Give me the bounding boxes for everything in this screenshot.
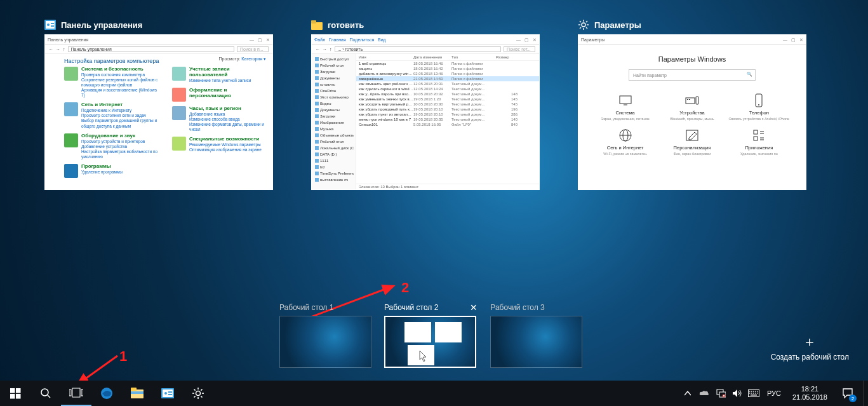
svg-point-2 [47,24,50,26]
folder-icon [311,19,323,30]
tray-keyboard-icon[interactable] [747,381,761,406]
svg-rect-20 [689,99,690,100]
svg-rect-72 [749,393,751,394]
svg-rect-53 [168,394,172,395]
svg-line-12 [580,21,581,22]
svg-rect-42 [69,389,71,396]
action-center-button[interactable]: 2 [835,381,860,406]
taskbar: РУС 18:21 21.05.2018 2 [0,381,868,406]
svg-rect-38 [10,394,15,399]
svg-line-61 [194,396,196,397]
svg-point-7 [582,23,585,27]
window-thumbnail[interactable]: Файл Главная Поделиться Вид—▢✕ ←→↑... › … [311,34,540,190]
notification-badge: 2 [849,395,857,402]
taskbar-app-control-panel[interactable] [152,381,183,406]
svg-line-62 [201,389,202,391]
svg-rect-44 [81,389,83,396]
svg-rect-29 [754,137,758,140]
svg-rect-68 [751,391,752,392]
svg-rect-52 [168,391,172,393]
gear-icon [578,19,589,30]
new-desktop-button[interactable]: ＋ Создать рабочий стол [771,335,849,362]
svg-rect-36 [10,388,15,393]
svg-rect-47 [131,388,137,391]
show-desktop-button[interactable] [863,381,867,406]
desktop-label: Рабочий стол 3 [490,303,544,312]
desktop-thumbnail[interactable] [490,316,582,368]
virtual-desktop-1[interactable]: Рабочий стол 1 [279,303,371,368]
svg-rect-18 [686,98,695,104]
tray-onedrive-icon[interactable] [697,381,711,406]
tray-network-icon[interactable] [714,381,728,406]
svg-rect-67 [749,391,751,392]
svg-point-54 [196,391,201,396]
window-thumbnail[interactable]: Панель управления—▢✕ ←→↑Панель управлени… [44,34,273,190]
svg-rect-37 [16,388,21,393]
tray-time: 18:21 [792,385,827,393]
svg-rect-48 [131,391,144,394]
svg-point-40 [41,389,48,396]
system-tray: РУС 18:21 21.05.2018 2 [681,381,868,406]
tray-chevron-up-icon[interactable] [681,381,695,406]
svg-rect-6 [311,20,316,24]
desktop-thumbnail[interactable] [384,316,476,368]
svg-rect-4 [51,25,54,27]
window-title: Панель управления [61,20,142,30]
svg-rect-43 [72,388,80,397]
svg-rect-71 [757,391,758,392]
virtual-desktop-3[interactable]: Рабочий стол 3 [490,303,582,368]
svg-rect-69 [753,391,754,392]
svg-rect-39 [16,394,21,399]
svg-rect-73 [751,393,752,394]
plus-icon: ＋ [803,335,817,349]
taskbar-app-settings[interactable] [183,381,213,406]
tray-date: 21.05.2018 [792,393,827,402]
svg-rect-50 [163,389,173,397]
svg-rect-75 [755,393,756,394]
svg-rect-74 [753,393,754,394]
window-card-settings[interactable]: Параметры Параметры—▢✕ Параметры Windows… [578,19,806,190]
svg-rect-70 [755,391,756,392]
svg-point-23 [758,104,759,105]
desktop-label: Рабочий стол 2 [384,303,438,312]
new-desktop-label: Создать рабочий стол [771,353,849,362]
svg-rect-16 [620,96,631,104]
svg-rect-19 [687,99,688,100]
tray-clock[interactable]: 18:21 21.05.2018 [787,385,832,402]
desktop-thumbnail[interactable] [279,316,371,368]
svg-line-41 [48,395,50,398]
virtual-desktop-2[interactable]: Рабочий стол 2 ✕ [384,303,477,368]
control-panel-icon [44,19,56,30]
svg-line-60 [201,396,202,397]
svg-line-14 [580,27,581,29]
svg-rect-3 [51,23,54,24]
taskbar-app-edge[interactable] [91,381,122,406]
svg-line-13 [586,27,587,29]
tray-language[interactable]: РУС [763,389,785,397]
start-button[interactable] [0,381,30,406]
search-button[interactable] [30,381,61,406]
window-title: Параметры [594,20,641,30]
taskbar-app-explorer[interactable] [122,381,152,406]
svg-rect-76 [757,393,758,394]
desktop-label: Рабочий стол 1 [279,303,333,312]
svg-rect-21 [696,97,698,104]
window-thumbnail[interactable]: Параметры—▢✕ Параметры Windows Найти пар… [578,34,806,190]
svg-rect-77 [751,395,757,396]
window-card-explorer[interactable]: готовить Файл Главная Поделиться Вид—▢✕ … [311,19,540,190]
svg-point-51 [164,392,167,395]
window-title: готовить [328,20,364,30]
svg-line-59 [194,389,196,391]
svg-line-15 [586,21,587,22]
window-card-control-panel[interactable]: Панель управления Панель управления—▢✕ ←… [44,19,273,190]
svg-rect-28 [754,130,758,134]
tray-volume-icon[interactable] [730,381,744,406]
task-view-button[interactable] [61,381,91,406]
close-desktop-button[interactable]: ✕ [470,303,477,312]
